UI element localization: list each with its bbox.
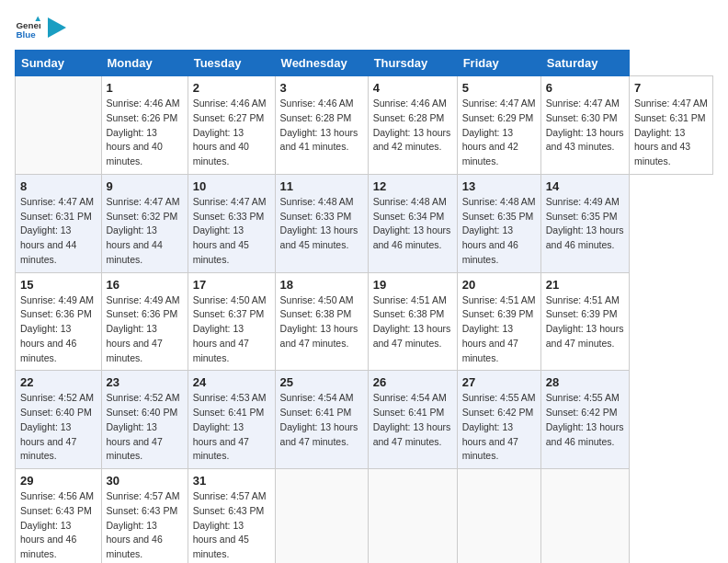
day-number: 31 — [193, 474, 270, 488]
day-number: 18 — [280, 278, 363, 292]
day-info: Sunrise: 4:50 AM Sunset: 6:38 PM Dayligh… — [280, 293, 363, 351]
day-number: 30 — [107, 474, 183, 488]
day-info: Sunrise: 4:46 AM Sunset: 6:28 PM Dayligh… — [280, 97, 363, 155]
day-info: Sunrise: 4:51 AM Sunset: 6:39 PM Dayligh… — [546, 293, 624, 351]
day-number: 27 — [462, 375, 536, 389]
day-cell: 28Sunrise: 4:55 AM Sunset: 6:42 PM Dayli… — [540, 371, 629, 469]
day-number: 29 — [20, 474, 97, 488]
day-info: Sunrise: 4:47 AM Sunset: 6:29 PM Dayligh… — [462, 97, 536, 169]
day-info: Sunrise: 4:52 AM Sunset: 6:40 PM Dayligh… — [20, 391, 97, 464]
calendar-table: SundayMondayTuesdayWednesdayThursdayFrid… — [15, 50, 713, 563]
day-info: Sunrise: 4:47 AM Sunset: 6:30 PM Dayligh… — [546, 97, 624, 155]
week-row-2: 15Sunrise: 4:49 AM Sunset: 6:36 PM Dayli… — [16, 272, 713, 371]
day-info: Sunrise: 4:46 AM Sunset: 6:27 PM Dayligh… — [193, 97, 270, 169]
header-cell-monday: Monday — [101, 51, 188, 76]
day-info: Sunrise: 4:48 AM Sunset: 6:33 PM Dayligh… — [280, 195, 363, 253]
week-row-0: 1Sunrise: 4:46 AM Sunset: 6:26 PM Daylig… — [16, 76, 713, 175]
day-info: Sunrise: 4:48 AM Sunset: 6:35 PM Dayligh… — [462, 195, 536, 268]
day-cell: 5Sunrise: 4:47 AM Sunset: 6:29 PM Daylig… — [457, 76, 540, 175]
header-cell-thursday: Thursday — [368, 51, 457, 76]
logo-icon: General Blue — [15, 15, 40, 40]
day-number: 1 — [107, 81, 183, 95]
day-cell: 8Sunrise: 4:47 AM Sunset: 6:31 PM Daylig… — [16, 174, 102, 272]
day-cell: 10Sunrise: 4:47 AM Sunset: 6:33 PM Dayli… — [188, 174, 275, 272]
day-info: Sunrise: 4:53 AM Sunset: 6:41 PM Dayligh… — [193, 391, 270, 464]
day-cell: 30Sunrise: 4:57 AM Sunset: 6:43 PM Dayli… — [101, 469, 188, 564]
day-number: 6 — [546, 81, 624, 95]
day-number: 15 — [20, 278, 97, 292]
day-number: 16 — [107, 278, 183, 292]
day-cell: 27Sunrise: 4:55 AM Sunset: 6:42 PM Dayli… — [457, 371, 540, 469]
day-number: 12 — [373, 179, 452, 193]
day-info: Sunrise: 4:57 AM Sunset: 6:43 PM Dayligh… — [193, 489, 270, 562]
day-cell: 6Sunrise: 4:47 AM Sunset: 6:30 PM Daylig… — [540, 76, 629, 175]
day-number: 20 — [462, 278, 536, 292]
day-number: 10 — [193, 179, 270, 193]
day-number: 17 — [193, 278, 270, 292]
day-number: 8 — [20, 179, 97, 193]
day-number: 21 — [546, 278, 624, 292]
day-info: Sunrise: 4:57 AM Sunset: 6:43 PM Dayligh… — [107, 489, 183, 562]
day-number: 23 — [107, 375, 183, 389]
day-info: Sunrise: 4:46 AM Sunset: 6:26 PM Dayligh… — [107, 97, 183, 169]
day-number: 4 — [373, 81, 452, 95]
day-cell — [16, 76, 102, 175]
week-row-3: 22Sunrise: 4:52 AM Sunset: 6:40 PM Dayli… — [16, 371, 713, 469]
day-number: 24 — [193, 375, 270, 389]
day-info: Sunrise: 4:47 AM Sunset: 6:33 PM Dayligh… — [193, 195, 270, 268]
header-row: SundayMondayTuesdayWednesdayThursdayFrid… — [16, 51, 713, 76]
day-cell: 25Sunrise: 4:54 AM Sunset: 6:41 PM Dayli… — [275, 371, 368, 469]
header: General Blue — [15, 15, 713, 40]
day-cell: 22Sunrise: 4:52 AM Sunset: 6:40 PM Dayli… — [16, 371, 102, 469]
day-cell: 11Sunrise: 4:48 AM Sunset: 6:33 PM Dayli… — [275, 174, 368, 272]
day-cell: 26Sunrise: 4:54 AM Sunset: 6:41 PM Dayli… — [368, 371, 457, 469]
header-cell-tuesday: Tuesday — [188, 51, 275, 76]
day-number: 9 — [107, 179, 183, 193]
day-info: Sunrise: 4:50 AM Sunset: 6:37 PM Dayligh… — [193, 293, 270, 366]
day-info: Sunrise: 4:47 AM Sunset: 6:31 PM Dayligh… — [634, 97, 708, 169]
header-cell-wednesday: Wednesday — [275, 51, 368, 76]
day-number: 11 — [280, 179, 363, 193]
day-cell: 21Sunrise: 4:51 AM Sunset: 6:39 PM Dayli… — [540, 272, 629, 371]
day-info: Sunrise: 4:46 AM Sunset: 6:28 PM Dayligh… — [373, 97, 452, 155]
header-cell-saturday: Saturday — [540, 51, 629, 76]
day-info: Sunrise: 4:54 AM Sunset: 6:41 PM Dayligh… — [280, 391, 363, 449]
day-cell — [368, 469, 457, 564]
day-number: 26 — [373, 375, 452, 389]
header-cell-friday: Friday — [457, 51, 540, 76]
day-cell: 9Sunrise: 4:47 AM Sunset: 6:32 PM Daylig… — [101, 174, 188, 272]
logo: General Blue — [15, 15, 66, 40]
day-info: Sunrise: 4:51 AM Sunset: 6:38 PM Dayligh… — [373, 293, 452, 351]
day-cell — [275, 469, 368, 564]
day-number: 19 — [373, 278, 452, 292]
day-number: 14 — [546, 179, 624, 193]
week-row-4: 29Sunrise: 4:56 AM Sunset: 6:43 PM Dayli… — [16, 469, 713, 564]
day-info: Sunrise: 4:56 AM Sunset: 6:43 PM Dayligh… — [20, 489, 97, 562]
day-cell: 24Sunrise: 4:53 AM Sunset: 6:41 PM Dayli… — [188, 371, 275, 469]
day-cell: 7Sunrise: 4:47 AM Sunset: 6:31 PM Daylig… — [629, 76, 712, 175]
svg-text:Blue: Blue — [16, 29, 36, 40]
day-info: Sunrise: 4:55 AM Sunset: 6:42 PM Dayligh… — [546, 391, 624, 449]
header-cell-sunday: Sunday — [16, 51, 102, 76]
day-info: Sunrise: 4:48 AM Sunset: 6:34 PM Dayligh… — [373, 195, 452, 253]
day-cell: 12Sunrise: 4:48 AM Sunset: 6:34 PM Dayli… — [368, 174, 457, 272]
svg-marker-3 — [48, 17, 66, 38]
day-cell: 29Sunrise: 4:56 AM Sunset: 6:43 PM Dayli… — [16, 469, 102, 564]
day-cell: 1Sunrise: 4:46 AM Sunset: 6:26 PM Daylig… — [101, 76, 188, 175]
day-info: Sunrise: 4:49 AM Sunset: 6:36 PM Dayligh… — [20, 293, 97, 366]
day-cell: 13Sunrise: 4:48 AM Sunset: 6:35 PM Dayli… — [457, 174, 540, 272]
day-number: 5 — [462, 81, 536, 95]
day-cell: 19Sunrise: 4:51 AM Sunset: 6:38 PM Dayli… — [368, 272, 457, 371]
day-number: 3 — [280, 81, 363, 95]
day-cell: 23Sunrise: 4:52 AM Sunset: 6:40 PM Dayli… — [101, 371, 188, 469]
day-number: 7 — [634, 81, 708, 95]
day-cell: 2Sunrise: 4:46 AM Sunset: 6:27 PM Daylig… — [188, 76, 275, 175]
day-cell: 16Sunrise: 4:49 AM Sunset: 6:36 PM Dayli… — [101, 272, 188, 371]
day-cell: 14Sunrise: 4:49 AM Sunset: 6:35 PM Dayli… — [540, 174, 629, 272]
day-cell: 18Sunrise: 4:50 AM Sunset: 6:38 PM Dayli… — [275, 272, 368, 371]
day-cell: 31Sunrise: 4:57 AM Sunset: 6:43 PM Dayli… — [188, 469, 275, 564]
day-info: Sunrise: 4:47 AM Sunset: 6:31 PM Dayligh… — [20, 195, 97, 268]
day-cell — [540, 469, 629, 564]
day-info: Sunrise: 4:47 AM Sunset: 6:32 PM Dayligh… — [107, 195, 183, 268]
day-cell: 20Sunrise: 4:51 AM Sunset: 6:39 PM Dayli… — [457, 272, 540, 371]
